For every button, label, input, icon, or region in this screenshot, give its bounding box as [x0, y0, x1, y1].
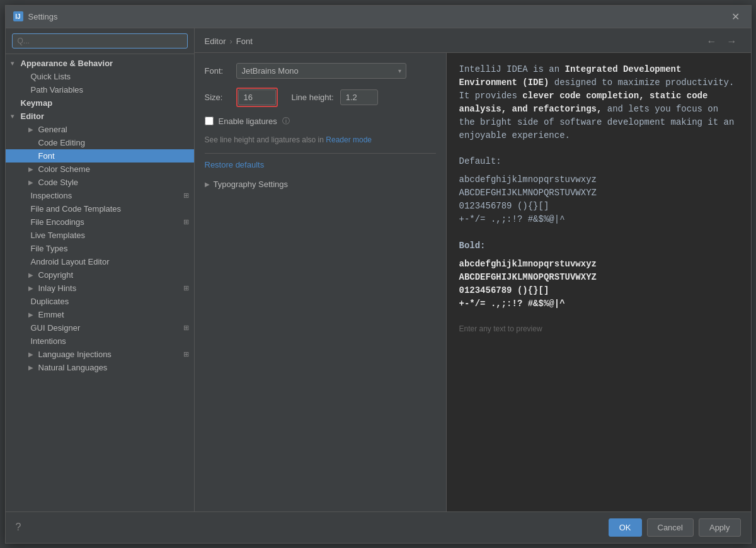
- help-button[interactable]: ?: [16, 522, 21, 533]
- sidebar-item-emmet[interactable]: ▶ Emmet: [6, 308, 194, 321]
- sidebar-item-copyright[interactable]: ▶ Copyright: [6, 268, 194, 282]
- sidebar-item-general[interactable]: ▶ General: [6, 123, 194, 136]
- bold-symbols: +-*/= .,;:!? #&$%@|^: [459, 297, 738, 311]
- sidebar-item-editor[interactable]: ▾ Editor: [6, 110, 194, 123]
- font-label: Font:: [205, 66, 230, 76]
- restore-defaults-link[interactable]: Restore defaults: [205, 160, 436, 169]
- arrow-icon: ▶: [28, 285, 36, 292]
- arrow-icon: ▶: [28, 311, 36, 318]
- hint-text: See line height and ligatures also in Re…: [205, 135, 436, 144]
- bold-lower: abcdefghijklmnopqrstuvwxyz: [459, 258, 738, 271]
- default-symbols: +-*/= .,;:!? #&$%@|^: [459, 213, 738, 226]
- settings-icon: ⊞: [183, 218, 189, 226]
- cancel-button[interactable]: Cancel: [647, 518, 694, 537]
- preview-default-section: Default: abcdefghijklmnopqrstuvwxyz ABCD…: [459, 155, 738, 226]
- search-box: [6, 28, 194, 54]
- sidebar-item-code-editing[interactable]: Code Editing: [6, 136, 194, 149]
- chevron-right-icon: ▶: [205, 181, 210, 188]
- ligatures-row: Enable ligatures ⓘ: [205, 116, 436, 127]
- arrow-icon: ▶: [28, 364, 36, 371]
- typography-label: Typography Settings: [214, 180, 289, 189]
- footer: ? OK Cancel Apply: [6, 511, 751, 543]
- settings-icon: ⊞: [183, 191, 189, 200]
- dialog-body: ▾ Appearance & Behavior Quick Lists Path…: [6, 28, 751, 511]
- settings-dialog: IJ Settings ✕ ▾ Appearance & Behavior Qu…: [5, 5, 752, 544]
- apply-button[interactable]: Apply: [699, 518, 741, 537]
- breadcrumb-parent: Editor: [205, 37, 226, 46]
- settings-icon: ⊞: [183, 324, 189, 332]
- typography-section[interactable]: ▶ Typography Settings: [205, 180, 436, 189]
- default-lower: abcdefghijklmnopqrstuvwxyz: [459, 173, 738, 186]
- arrow-icon: ▶: [28, 351, 36, 358]
- search-input[interactable]: [12, 33, 188, 49]
- bold-label: Bold:: [459, 239, 738, 253]
- bold-nums: 0123456789 (){}[]: [459, 284, 738, 297]
- arrow-icon: ▾: [11, 60, 18, 67]
- sidebar-item-inlay-hints[interactable]: ▶ Inlay Hints ⊞: [6, 282, 194, 295]
- help-icon[interactable]: ⓘ: [282, 116, 290, 127]
- breadcrumb: Editor › Font: [205, 37, 253, 46]
- sidebar-item-quick-lists[interactable]: Quick Lists: [6, 70, 194, 83]
- enable-ligatures-checkbox[interactable]: [205, 117, 214, 125]
- sidebar-item-path-variables[interactable]: Path Variables: [6, 83, 194, 96]
- sidebar-item-gui-designer[interactable]: GUI Designer ⊞: [6, 321, 194, 334]
- breadcrumb-current: Font: [236, 37, 253, 46]
- sidebar-item-keymap[interactable]: Keymap: [6, 96, 194, 110]
- title-bar: IJ Settings ✕: [6, 6, 751, 28]
- dialog-title: Settings: [28, 12, 728, 21]
- preview-panel: IntelliJ IDEA is an Integrated Developme…: [447, 53, 751, 511]
- breadcrumb-separator: ›: [229, 37, 232, 46]
- bold-upper: ABCDEFGHIJKLMNOPQRSTUVWXYZ: [459, 271, 738, 284]
- divider: [205, 153, 436, 154]
- preview-intro: IntelliJ IDEA is an Integrated Developme…: [459, 63, 738, 142]
- sidebar-item-language-injections[interactable]: ▶ Language Injections ⊞: [6, 348, 194, 361]
- default-upper: ABCDEFGHIJKLMNOPQRSTUVWXYZ: [459, 186, 738, 200]
- arrow-icon: ▾: [11, 113, 18, 120]
- settings-icon: ⊞: [183, 350, 189, 358]
- sidebar-item-file-code-templates[interactable]: File and Code Templates: [6, 202, 194, 215]
- arrow-icon: ▶: [28, 179, 36, 186]
- close-button[interactable]: ✕: [728, 9, 743, 24]
- font-select[interactable]: JetBrains Mono Consolas Courier New Fira…: [236, 63, 406, 79]
- main-split: Font: JetBrains Mono Consolas Courier Ne…: [195, 53, 751, 511]
- main-content: Editor › Font ← → Font:: [195, 28, 751, 511]
- sidebar: ▾ Appearance & Behavior Quick Lists Path…: [6, 28, 195, 511]
- arrow-icon: ▶: [28, 271, 36, 278]
- arrow-icon: ▶: [28, 126, 36, 133]
- preview-hint[interactable]: Enter any text to preview: [459, 323, 738, 334]
- ok-button[interactable]: OK: [609, 518, 642, 537]
- sidebar-tree: ▾ Appearance & Behavior Quick Lists Path…: [6, 54, 194, 511]
- back-button[interactable]: ←: [703, 35, 721, 49]
- reader-mode-link[interactable]: Reader mode: [326, 135, 372, 144]
- font-row: Font: JetBrains Mono Consolas Courier Ne…: [205, 63, 436, 79]
- size-label: Size:: [205, 93, 230, 102]
- sidebar-item-file-encodings[interactable]: File Encodings ⊞: [6, 215, 194, 229]
- size-row: Size: Line height:: [205, 88, 436, 107]
- settings-icon: ⊞: [183, 284, 189, 292]
- sidebar-item-android-layout-editor[interactable]: Android Layout Editor: [6, 255, 194, 268]
- size-input-wrapper: [236, 88, 278, 107]
- sidebar-item-live-templates[interactable]: Live Templates: [6, 229, 194, 242]
- nav-buttons: ← →: [703, 35, 741, 49]
- sidebar-item-file-types[interactable]: File Types: [6, 242, 194, 255]
- sidebar-item-natural-languages[interactable]: ▶ Natural Languages: [6, 361, 194, 374]
- settings-panel: Font: JetBrains Mono Consolas Courier Ne…: [195, 53, 447, 511]
- size-input[interactable]: [238, 89, 276, 105]
- sidebar-item-font[interactable]: Font: [6, 149, 194, 163]
- line-height-input[interactable]: [340, 89, 378, 105]
- default-label: Default:: [459, 155, 738, 168]
- forward-button[interactable]: →: [723, 35, 741, 49]
- sidebar-item-intentions[interactable]: Intentions: [6, 334, 194, 348]
- main-header: Editor › Font ← →: [195, 28, 751, 53]
- sidebar-item-inspections[interactable]: Inspections ⊞: [6, 189, 194, 202]
- app-icon: IJ: [13, 11, 23, 21]
- arrow-icon: ▶: [28, 166, 36, 173]
- sidebar-item-appearance-behavior[interactable]: ▾ Appearance & Behavior: [6, 57, 194, 70]
- footer-buttons: OK Cancel Apply: [609, 518, 741, 537]
- sidebar-item-duplicates[interactable]: Duplicates: [6, 295, 194, 308]
- sidebar-item-color-scheme[interactable]: ▶ Color Scheme: [6, 163, 194, 176]
- font-select-wrapper: JetBrains Mono Consolas Courier New Fira…: [236, 63, 406, 79]
- sidebar-item-code-style[interactable]: ▶ Code Style: [6, 176, 194, 189]
- default-nums: 0123456789 (){}[]: [459, 200, 738, 213]
- line-height-label: Line height:: [292, 93, 334, 102]
